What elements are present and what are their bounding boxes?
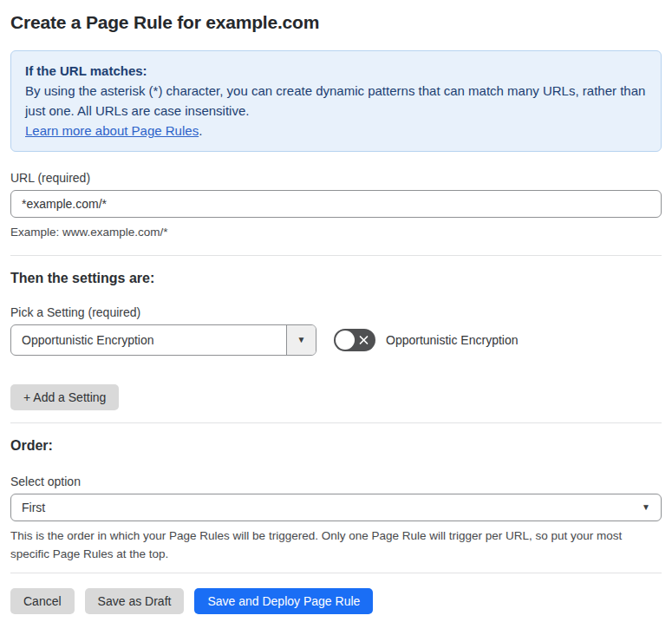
setting-select-arrow-button[interactable]: ▼ <box>286 325 316 355</box>
add-setting-button[interactable]: + Add a Setting <box>10 384 119 410</box>
section-divider <box>10 422 662 423</box>
url-example-helper: Example: www.example.com/* <box>10 223 662 241</box>
page-title: Create a Page Rule for example.com <box>10 12 662 33</box>
order-select-value: First <box>22 501 642 514</box>
toggle-off-x-icon <box>358 335 369 346</box>
footer-divider <box>10 573 662 573</box>
chevron-down-icon: ▼ <box>297 336 306 344</box>
section-divider <box>10 255 662 256</box>
url-match-info-box: If the URL matches: By using the asteris… <box>10 50 662 152</box>
cancel-button[interactable]: Cancel <box>10 588 75 614</box>
order-section-heading: Order: <box>10 438 662 454</box>
info-box-heading: If the URL matches: <box>25 61 647 81</box>
save-as-draft-button[interactable]: Save as Draft <box>85 588 185 614</box>
chevron-down-icon: ▼ <box>642 503 650 512</box>
toggle-label: Opportunistic Encryption <box>386 333 519 347</box>
footer-actions: Cancel Save as Draft Save and Deploy Pag… <box>10 588 662 614</box>
url-field-label: URL (required) <box>10 171 662 185</box>
setting-row: Opportunistic Encryption ▼ Opportunistic… <box>10 324 662 356</box>
toggle-knob <box>336 331 355 350</box>
url-input[interactable] <box>10 190 662 218</box>
setting-select-value: Opportunistic Encryption <box>11 325 286 355</box>
save-and-deploy-button[interactable]: Save and Deploy Page Rule <box>194 588 373 614</box>
setting-select[interactable]: Opportunistic Encryption ▼ <box>10 324 316 356</box>
order-helper-text: This is the order in which your Page Rul… <box>10 527 652 563</box>
info-box-body: By using the asterisk (*) character, you… <box>25 81 647 121</box>
order-select-label: Select option <box>10 475 662 488</box>
settings-section-heading: Then the settings are: <box>10 271 662 286</box>
link-suffix: . <box>199 123 202 138</box>
learn-more-link[interactable]: Learn more about Page Rules <box>25 123 199 138</box>
opportunistic-encryption-toggle[interactable] <box>334 329 375 351</box>
order-select[interactable]: First ▼ <box>10 494 662 521</box>
setting-picker-label: Pick a Setting (required) <box>10 305 662 319</box>
info-box-link-row: Learn more about Page Rules. <box>25 121 647 141</box>
